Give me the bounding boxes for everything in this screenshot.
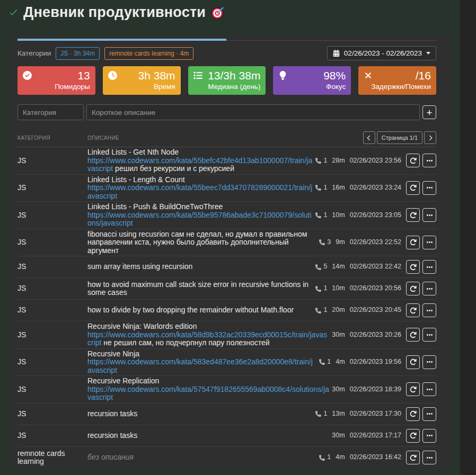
repeat-entry-button[interactable] <box>406 282 420 295</box>
more-actions-button[interactable] <box>422 429 436 443</box>
row-actions <box>406 407 436 421</box>
row-interruptions: 1 <box>319 453 331 462</box>
table-row: JSfibonacci using recusrion сам не сдела… <box>17 229 436 257</box>
stat-label: Медиана (день) <box>193 82 261 92</box>
row-description: Linked Lists - Push & BuildOneTwoThreeht… <box>87 203 313 228</box>
more-actions-button[interactable] <box>422 208 436 222</box>
next-page-button[interactable] <box>424 131 436 144</box>
interruption-count: 1 <box>323 211 327 220</box>
table-row: JSLinked Lists - Push & BuildOneTwoThree… <box>17 202 436 229</box>
row-meta: 514m02/26/2023 22:42 <box>315 263 401 271</box>
table-header: КАТЕГОРИЯ ОПИСАНИЕ Страница 1/1 <box>17 131 436 147</box>
category-input[interactable] <box>17 104 84 120</box>
prev-page-button[interactable] <box>363 131 375 144</box>
row-note: how to divide by two dropping the remain… <box>87 306 294 314</box>
repeat-entry-button[interactable] <box>406 328 420 342</box>
phone-icon <box>319 359 325 365</box>
phone-icon <box>315 411 321 417</box>
more-actions-button[interactable] <box>422 355 436 369</box>
more-actions-button[interactable] <box>422 181 436 195</box>
row-category: JS <box>17 238 87 247</box>
row-datetime: 02/26/2023 20:26 <box>350 331 401 339</box>
row-category: JS <box>17 358 87 366</box>
more-actions-button[interactable] <box>422 303 436 317</box>
check-circle-icon <box>23 71 32 80</box>
row-duration: 4m <box>336 453 345 462</box>
phone-icon <box>315 185 321 191</box>
page-indicator: Страница 1/1 <box>377 131 422 144</box>
row-interruptions: 1 <box>315 284 327 293</box>
row-description: how to avoid maximum call stack size err… <box>87 281 313 297</box>
active-tab-indicator[interactable] <box>17 39 226 41</box>
repeat-entry-button[interactable] <box>406 429 420 443</box>
repeat-entry-button[interactable] <box>406 260 420 274</box>
interruption-count: 3 <box>327 238 331 247</box>
row-interruptions: 1 <box>319 358 331 366</box>
row-category: JS <box>17 331 87 339</box>
column-description: ОПИСАНИЕ <box>87 135 119 141</box>
repeat-entry-button[interactable] <box>406 208 420 222</box>
table-row: JSRecursive Ninja: Warlords editionhttps… <box>17 321 436 349</box>
row-datetime: 02/26/2023 18:39 <box>350 386 401 394</box>
row-duration: 9m <box>336 238 345 247</box>
lightbulb-icon <box>278 71 287 80</box>
stat-label: Задержки/Помехи <box>364 82 431 92</box>
row-actions <box>406 429 436 443</box>
row-description: Recursive Ninja: Warlords editionhttps:/… <box>87 322 329 347</box>
row-note: how to avoid maximum call stack size err… <box>87 280 308 297</box>
table-row: JSrecursion tasks30m02/26/2023 17:17 <box>17 425 436 447</box>
repeat-entry-button[interactable] <box>406 303 420 317</box>
row-link[interactable]: https://www.codewars.com/kata/55beec7dd3… <box>87 183 312 200</box>
repeat-entry-button[interactable] <box>406 181 420 195</box>
entries-list: JSLinked Lists - Get Nth Nodehttps://www… <box>17 147 436 468</box>
description-input[interactable] <box>86 104 420 120</box>
row-duration: 28m <box>332 157 345 165</box>
category-badge[interactable]: JS · 3h 34m <box>56 47 100 60</box>
more-actions-button[interactable] <box>422 236 436 249</box>
row-actions <box>406 451 436 464</box>
more-actions-button[interactable] <box>422 328 436 342</box>
stat-value: 13/3h 38m <box>193 70 261 82</box>
more-actions-button[interactable] <box>422 407 436 421</box>
category-badge[interactable]: remnote cards learning · 4m <box>104 47 193 60</box>
row-note: recursion tasks <box>87 431 137 440</box>
row-link[interactable]: https://www.codewars.com/kata/583ed487ee… <box>87 357 313 374</box>
row-meta: 120m02/26/2023 20:45 <box>315 306 401 315</box>
row-datetime: 02/26/2023 23:24 <box>350 184 401 192</box>
repeat-entry-button[interactable] <box>406 382 420 396</box>
row-meta: 30m02/26/2023 20:26 <box>332 331 401 339</box>
row-category: JS <box>17 184 87 192</box>
repeat-entry-button[interactable] <box>406 236 420 249</box>
interruption-count: 1 <box>323 284 327 293</box>
row-actions <box>406 154 436 167</box>
row-interruptions: 1 <box>315 184 327 192</box>
row-meta: 30m02/26/2023 17:17 <box>332 432 401 440</box>
row-meta: 116m02/26/2023 23:24 <box>315 184 401 192</box>
date-range-select[interactable]: 02/26/2023 - 02/26/2023 <box>327 46 436 60</box>
row-datetime: 02/26/2023 22:52 <box>350 238 401 247</box>
row-actions <box>406 260 436 274</box>
row-meta: 128m02/26/2023 23:56 <box>315 157 401 165</box>
row-datetime: 02/26/2023 20:45 <box>350 306 401 315</box>
repeat-entry-button[interactable] <box>406 355 420 369</box>
row-duration: 10m <box>332 211 345 220</box>
more-actions-button[interactable] <box>422 282 436 295</box>
stat-card: 98%Фокус <box>273 66 351 95</box>
phone-icon <box>315 264 321 270</box>
categories-filter: Категории JS · 3h 34mremnote cards learn… <box>17 47 193 60</box>
date-range-value: 02/26/2023 - 02/26/2023 <box>344 49 422 57</box>
row-link[interactable]: https://www.codewars.com/kata/55be95786a… <box>87 211 312 228</box>
add-button[interactable]: + <box>422 105 436 119</box>
repeat-entry-button[interactable] <box>406 451 420 464</box>
row-description: how to divide by two dropping the remain… <box>87 306 313 315</box>
more-actions-button[interactable] <box>422 260 436 274</box>
more-actions-button[interactable] <box>422 451 436 464</box>
more-actions-button[interactable] <box>422 382 436 396</box>
xmark-icon <box>364 71 373 80</box>
row-title: Recursive Ninja: Warlords edition <box>87 322 329 331</box>
row-actions <box>406 282 436 295</box>
repeat-entry-button[interactable] <box>406 154 420 167</box>
repeat-entry-button[interactable] <box>406 407 420 421</box>
more-actions-button[interactable] <box>422 154 436 167</box>
row-link[interactable]: https://www.codewars.com/kata/57547f9182… <box>87 385 329 402</box>
